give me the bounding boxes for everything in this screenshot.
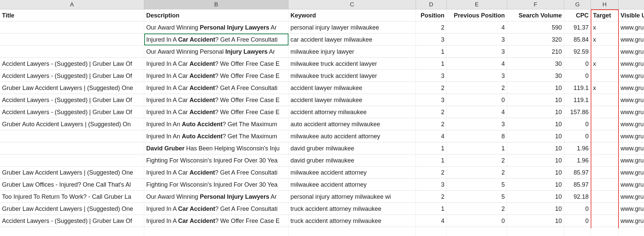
column-header-E[interactable]: E xyxy=(447,0,507,9)
cell-e[interactable]: 3 xyxy=(447,34,507,45)
cell-f[interactable]: 590 xyxy=(507,21,564,33)
cell-h[interactable] xyxy=(591,203,619,215)
cell-g[interactable]: 0 xyxy=(564,203,591,215)
header-cell-keyword[interactable]: Keyword xyxy=(288,9,416,21)
cell-i[interactable]: www.gruber-l xyxy=(619,191,644,202)
cell-b[interactable]: Injured In A Car Accident? We Offer Free… xyxy=(144,215,288,227)
cell-e[interactable]: 5 xyxy=(447,191,507,202)
cell-f[interactable]: 10 xyxy=(507,203,564,215)
cell-empty[interactable] xyxy=(591,227,619,236)
cell-e[interactable]: 4 xyxy=(447,106,507,118)
cell-i[interactable]: www.gruber-l xyxy=(619,118,644,130)
cell-c[interactable]: david gruber milwaukee xyxy=(288,154,416,166)
cell-c[interactable]: milwaukee auto accident attorney xyxy=(288,130,416,142)
cell-b[interactable]: Injured In A Car Accident? Get A Free Co… xyxy=(144,167,288,178)
cell-b[interactable]: Injured In A Car Accident? We Offer Free… xyxy=(144,70,288,82)
cell-empty[interactable] xyxy=(507,227,564,236)
cell-b[interactable]: Our Award Winning Personal Injury Lawyer… xyxy=(144,46,288,57)
cell-i[interactable]: www.gruber-l xyxy=(619,94,644,106)
cell-e[interactable]: 2 xyxy=(447,154,507,166)
cell-d[interactable]: 2 xyxy=(416,106,447,118)
cell-e[interactable]: 5 xyxy=(447,179,507,190)
cell-c[interactable]: car accident lawyer milwaukee xyxy=(288,34,416,45)
cell-e[interactable]: 2 xyxy=(447,82,507,94)
cell-g[interactable]: 119.1 xyxy=(564,82,591,94)
cell-e[interactable]: 4 xyxy=(447,58,507,69)
cell-e[interactable]: 2 xyxy=(447,203,507,215)
cell-a[interactable]: Gruber Law Offices - Injured? One Call T… xyxy=(0,179,144,190)
cell-a[interactable]: Gruber Law Accident Lawyers | (Suggested… xyxy=(0,203,144,215)
cell-a[interactable]: Accident Lawyers - (Suggested) | Gruber … xyxy=(0,215,144,227)
cell-a[interactable]: Too Injured To Return To Work? - Call Gr… xyxy=(0,191,144,202)
cell-c[interactable]: david gruber milwaukee xyxy=(288,142,416,154)
cell-f[interactable]: 10 xyxy=(507,179,564,190)
cell-e[interactable]: 4 xyxy=(447,21,507,33)
cell-f[interactable]: 30 xyxy=(507,58,564,69)
cell-i[interactable]: www.gruber-l xyxy=(619,167,644,178)
cell-a[interactable] xyxy=(0,46,144,57)
header-cell-position[interactable]: Position xyxy=(416,9,447,21)
cell-d[interactable]: 3 xyxy=(416,70,447,82)
cell-b[interactable]: Injured In A Car Accident? Get A Free Co… xyxy=(144,34,288,45)
cell-a[interactable] xyxy=(0,130,144,142)
cell-i[interactable]: www.gruber-l xyxy=(619,130,644,142)
cell-empty[interactable] xyxy=(564,227,591,236)
cell-g[interactable]: 85.97 xyxy=(564,179,591,190)
cell-i[interactable]: www.gruber-l xyxy=(619,215,644,227)
cell-e[interactable]: 3 xyxy=(447,46,507,57)
cell-h[interactable]: x xyxy=(591,34,619,45)
cell-a[interactable]: Accident Lawyers - (Suggested) | Gruber … xyxy=(0,94,144,106)
cell-g[interactable]: 92.18 xyxy=(564,191,591,202)
cell-e[interactable]: 3 xyxy=(447,118,507,130)
cell-c[interactable]: accident lawyer milwaukee xyxy=(288,94,416,106)
cell-f[interactable]: 10 xyxy=(507,191,564,202)
cell-e[interactable]: 0 xyxy=(447,215,507,227)
cell-c[interactable]: personal injury attorney milwaukee wi xyxy=(288,191,416,202)
column-header-I[interactable]: I xyxy=(619,0,644,9)
column-header-D[interactable]: D xyxy=(416,0,447,9)
cell-b[interactable]: Injured In A Car Accident? We Offer Free… xyxy=(144,106,288,118)
cell-g[interactable]: 0 xyxy=(564,58,591,69)
column-header-A[interactable]: A xyxy=(0,0,144,9)
cell-h[interactable] xyxy=(591,179,619,190)
cell-f[interactable]: 10 xyxy=(507,118,564,130)
cell-b[interactable]: David Gruber Has Been Helping Wisconsin'… xyxy=(144,142,288,154)
cell-e[interactable]: 8 xyxy=(447,130,507,142)
cell-h[interactable] xyxy=(591,46,619,57)
column-header-F[interactable]: F xyxy=(507,0,564,9)
cell-c[interactable]: milwaukee truck accident lawyer xyxy=(288,58,416,69)
cell-h[interactable] xyxy=(591,154,619,166)
cell-f[interactable]: 320 xyxy=(507,34,564,45)
cell-empty[interactable] xyxy=(288,227,416,236)
cell-e[interactable]: 3 xyxy=(447,70,507,82)
cell-i[interactable]: www.gruber-l xyxy=(619,154,644,166)
cell-i[interactable]: www.gruber-l xyxy=(619,203,644,215)
cell-g[interactable]: 92.59 xyxy=(564,46,591,57)
cell-h[interactable] xyxy=(591,118,619,130)
cell-d[interactable]: 4 xyxy=(416,215,447,227)
cell-a[interactable] xyxy=(0,154,144,166)
cell-empty[interactable] xyxy=(447,227,507,236)
cell-c[interactable]: truck accident attorney milwaukee xyxy=(288,203,416,215)
cell-h[interactable]: x xyxy=(591,82,619,94)
cell-b[interactable]: Injured In An Auto Accident? Get The Max… xyxy=(144,118,288,130)
cell-i[interactable]: www.gruber-l xyxy=(619,179,644,190)
cell-d[interactable]: 1 xyxy=(416,203,447,215)
cell-g[interactable]: 91.37 xyxy=(564,21,591,33)
cell-b[interactable]: Our Award Winning Personal Injury Lawyer… xyxy=(144,191,288,202)
cell-h[interactable] xyxy=(591,94,619,106)
cell-h[interactable]: x xyxy=(591,58,619,69)
cell-a[interactable]: Accident Lawyers - (Suggested) | Gruber … xyxy=(0,70,144,82)
cell-b[interactable]: Injured In A Car Accident? We Offer Free… xyxy=(144,58,288,69)
cell-f[interactable]: 30 xyxy=(507,70,564,82)
cell-b[interactable]: Our Award Winning Personal Injury Lawyer… xyxy=(144,21,288,33)
header-cell-cpc[interactable]: CPC xyxy=(564,9,591,21)
cell-b[interactable]: Fighting For Wisconsin's Injured For Ove… xyxy=(144,179,288,190)
cell-g[interactable]: 0 xyxy=(564,130,591,142)
cell-h[interactable] xyxy=(591,215,619,227)
cell-g[interactable]: 85.84 xyxy=(564,34,591,45)
cell-c[interactable]: accident attorney milwaukee xyxy=(288,106,416,118)
cell-empty[interactable] xyxy=(416,227,447,236)
cell-a[interactable] xyxy=(0,34,144,45)
cell-h[interactable] xyxy=(591,191,619,202)
